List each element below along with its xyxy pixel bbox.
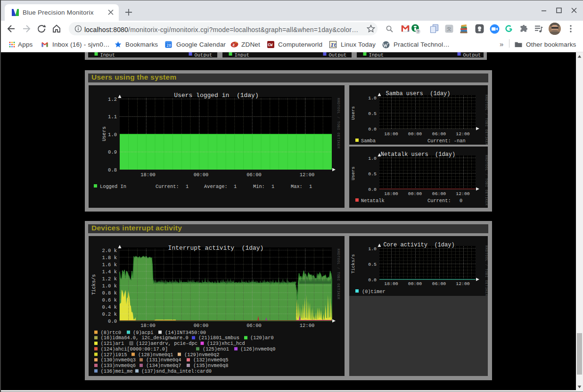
svg-text:(8)rtc0: (8)rtc0 [101, 330, 121, 335]
svg-text:12:00: 12:00 [300, 172, 315, 178]
svg-text:Samba: Samba [361, 138, 376, 144]
svg-text:18:00: 18:00 [384, 281, 398, 286]
svg-text:Logged In: Logged In [100, 184, 126, 189]
svg-text:18:00: 18:00 [140, 172, 156, 178]
svg-text:(127)i915: (127)i915 [101, 352, 127, 358]
svg-text:(137)snd_hda_intel:card0: (137)snd_hda_intel:card0 [141, 368, 212, 374]
svg-text:0.5: 0.5 [368, 262, 377, 267]
svg-text:0.0: 0.0 [368, 127, 377, 132]
svg-text:0.5: 0.5 [368, 111, 377, 116]
svg-text:12:00: 12:00 [456, 131, 470, 137]
svg-text:(16)idma64.0, i2c_designware.0: (16)idma64.0, i2c_designware.0 [101, 335, 189, 341]
svg-text:1: 1 [186, 184, 189, 189]
svg-text:z: z [232, 43, 235, 48]
svg-text:1: 1 [271, 184, 274, 189]
svg-text:1.1: 1.1 [108, 114, 117, 120]
svg-text:06:00: 06:00 [432, 281, 446, 286]
svg-text:1.0: 1.0 [368, 96, 377, 101]
svg-text:1: 1 [309, 184, 312, 189]
svg-text:1.4 k: 1.4 k [102, 269, 117, 275]
svg-text:(123)xhci_hcd: (123)xhci_hcd [207, 341, 245, 346]
svg-text:(134)nvme0q7: (134)nvme0q7 [146, 363, 181, 368]
svg-text:Netatalk: Netatalk [361, 198, 385, 204]
svg-text:(14)INT3450:00: (14)INT3450:00 [165, 330, 206, 335]
svg-text:CW: CW [268, 43, 273, 48]
svg-text:0.0: 0.0 [368, 187, 377, 192]
svg-text:(124)ahci[0000:00:17.0]: (124)ahci[0000:00:17.0] [101, 346, 168, 352]
svg-text:00:00: 00:00 [194, 172, 209, 178]
svg-text:Ticks/s: Ticks/s [91, 274, 97, 295]
svg-text:Current:: Current: [427, 198, 451, 204]
svg-text:RRDTOOL / TOBI OETIKER: RRDTOOL / TOBI OETIKER [337, 249, 340, 300]
svg-text:06:00: 06:00 [246, 172, 262, 178]
svg-text:1.0 k: 1.0 k [102, 283, 117, 289]
svg-text:2.0 k: 2.0 k [102, 248, 117, 253]
svg-text:1.2: 1.2 [108, 97, 117, 102]
svg-text:Users: Users [351, 166, 356, 180]
svg-text:Interrupt activity (1day): Interrupt activity (1day) [168, 245, 264, 252]
svg-text:1.0: 1.0 [108, 132, 117, 138]
svg-text:Current:: Current: [156, 184, 179, 189]
svg-text:06:00: 06:00 [246, 323, 262, 328]
svg-text:0.5: 0.5 [368, 172, 377, 177]
svg-text:06:00: 06:00 [432, 131, 446, 137]
svg-text:(126)nvme0q0: (126)nvme0q0 [240, 346, 276, 352]
svg-text:(132)nvme0q5: (132)nvme0q5 [193, 357, 229, 363]
svg-text:0.9: 0.9 [108, 149, 117, 155]
svg-text:Ticks/s: Ticks/s [351, 254, 356, 273]
svg-text:12:00: 12:00 [300, 323, 315, 328]
svg-text:?: ? [417, 30, 419, 34]
svg-text:06:00: 06:00 [432, 191, 446, 196]
svg-text:(9)acpi: (9)acpi [133, 330, 153, 335]
svg-text:RRDTOOL / TOBI OETIKER: RRDTOOL / TOBI OETIKER [484, 245, 488, 296]
svg-text:(130)nvme0q3: (130)nvme0q3 [101, 357, 136, 363]
svg-text:Netatalk users (1day): Netatalk users (1day) [381, 151, 455, 158]
svg-text:0.8: 0.8 [108, 167, 117, 173]
svg-text:Max:: Max: [291, 184, 303, 189]
svg-text:(121)ar1: (121)ar1 [101, 341, 124, 346]
svg-text:0.4 k: 0.4 k [102, 304, 117, 310]
svg-text:Output: Output [329, 52, 347, 57]
svg-text:00:00: 00:00 [408, 131, 422, 137]
svg-text:Average:: Average: [204, 184, 228, 189]
svg-text:1.0: 1.0 [368, 156, 377, 161]
svg-text:0: 0 [460, 198, 462, 204]
svg-text:(131)nvme0q4: (131)nvme0q4 [146, 357, 181, 363]
svg-text:Users logged in (1day): Users logged in (1day) [174, 92, 258, 99]
svg-text:(125)eno1: (125)eno1 [203, 346, 229, 352]
svg-text:00:00: 00:00 [408, 281, 422, 286]
svg-text:00:00: 00:00 [194, 323, 209, 328]
svg-text:(129)nvme0q2: (129)nvme0q2 [184, 352, 220, 358]
svg-text:(120)ar0: (120)ar0 [250, 335, 274, 341]
svg-text:0.2 k: 0.2 k [102, 311, 117, 317]
svg-text:1.8 k: 1.8 k [102, 255, 117, 261]
svg-text:Min:: Min: [253, 184, 265, 189]
svg-text:Users: Users [351, 106, 356, 120]
svg-text:Users: Users [101, 126, 107, 141]
svg-text:(135)nvme0q8: (135)nvme0q8 [193, 363, 229, 368]
svg-text:RRDTOOL / TOBI OETIKER: RRDTOOL / TOBI OETIKER [484, 95, 488, 145]
svg-text:28: 28 [166, 43, 171, 48]
svg-text:0.0: 0.0 [368, 278, 377, 283]
svg-text:RRDTOOL / TOBI OETIKER: RRDTOOL / TOBI OETIKER [484, 155, 488, 206]
svg-text:18:00: 18:00 [384, 131, 398, 137]
svg-text:1.6 k: 1.6 k [102, 262, 117, 268]
svg-text:Input: Input [235, 52, 250, 57]
svg-text:Current: -nan: Current: -nan [427, 138, 466, 144]
svg-text:0.6 k: 0.6 k [102, 297, 117, 303]
svg-text:It: It [331, 42, 337, 48]
svg-text:(136)mei_me: (136)mei_me [101, 368, 133, 374]
svg-text:Input: Input [100, 52, 115, 57]
svg-text:12:00: 12:00 [456, 191, 470, 196]
svg-text:(21)i801_smbus: (21)i801_smbus [198, 335, 239, 341]
svg-text:Core activity (1day): Core activity (1day) [383, 242, 454, 248]
svg-text:(0)timer: (0)timer [362, 289, 386, 294]
svg-text:(133)nvme0q6: (133)nvme0q6 [101, 363, 136, 368]
svg-text:18:00: 18:00 [140, 323, 156, 328]
svg-text:00:00: 00:00 [408, 191, 422, 196]
svg-text:Input: Input [369, 52, 384, 57]
svg-text:12:00: 12:00 [456, 281, 470, 286]
svg-text:Output: Output [463, 52, 481, 57]
svg-text:ℛ: ℛ [447, 27, 452, 33]
svg-text:0.8 k: 0.8 k [102, 290, 117, 296]
